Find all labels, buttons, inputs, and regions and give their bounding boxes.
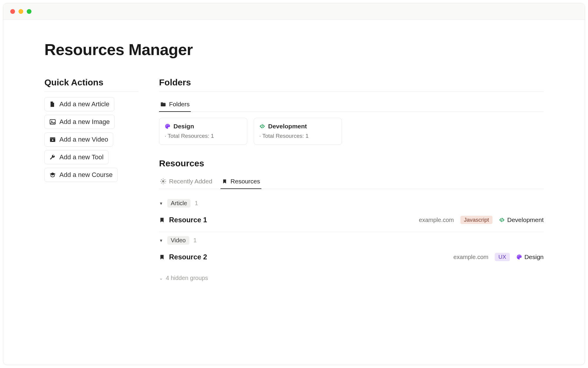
page-title: Resources Manager: [44, 40, 544, 59]
code-icon: [259, 123, 265, 129]
group-name: Video: [167, 236, 189, 245]
triangle-down-icon: ▼: [159, 201, 163, 206]
tab-recently-added[interactable]: Recently Added: [159, 174, 213, 189]
bookmark-icon: [222, 178, 228, 184]
resource-tag-javascript: Javascript: [460, 216, 493, 224]
resource-row[interactable]: Resource 1 example.com Javascript Develo…: [159, 212, 544, 232]
tab-folders-label: Folders: [169, 101, 190, 108]
page-content: Resources Manager Quick Actions Add a ne…: [3, 20, 585, 293]
add-video-button[interactable]: Add a new Video: [44, 132, 113, 147]
resource-title: Resource 2: [169, 253, 207, 261]
graduation-icon: [49, 172, 56, 178]
folder-card-name: Design: [173, 123, 194, 130]
group-header-article[interactable]: ▼ Article 1: [159, 195, 544, 212]
triangle-down-icon: ▼: [159, 238, 163, 243]
group-name: Article: [167, 199, 191, 208]
folder-card-development[interactable]: Development Total Resources: 1: [254, 118, 342, 145]
palette-icon: [165, 123, 171, 129]
tab-recently-added-label: Recently Added: [169, 178, 212, 185]
window-close-button[interactable]: [10, 9, 15, 14]
resources-heading: Resources: [159, 158, 544, 173]
resource-domain: example.com: [419, 217, 454, 223]
add-course-label: Add a new Course: [59, 171, 113, 179]
folders-heading: Folders: [159, 77, 544, 92]
wrench-icon: [49, 154, 56, 160]
add-article-label: Add a new Article: [59, 100, 109, 108]
resource-tag-ux: UX: [495, 253, 510, 261]
add-tool-button[interactable]: Add a new Tool: [44, 150, 108, 164]
resource-row[interactable]: Resource 2 example.com UX Design: [159, 249, 544, 269]
folder-card-name: Development: [268, 123, 307, 130]
tab-folders[interactable]: Folders: [159, 97, 191, 112]
hidden-groups-label: 4 hidden groups: [166, 275, 208, 281]
code-icon: [499, 217, 505, 223]
window-titlebar: [3, 3, 585, 20]
add-article-button[interactable]: Add a new Article: [44, 97, 114, 111]
resource-folder-name: Development: [507, 216, 544, 223]
add-video-label: Add a new Video: [59, 136, 108, 143]
add-tool-label: Add a new Tool: [59, 153, 103, 161]
group-count: 1: [193, 237, 197, 244]
palette-icon: [516, 254, 522, 260]
resource-folder-link[interactable]: Design: [516, 253, 544, 261]
tab-resources[interactable]: Resources: [220, 174, 261, 189]
group-count: 1: [195, 200, 198, 207]
chevron-down-icon: ⌄: [159, 275, 163, 281]
sun-icon: [160, 178, 166, 184]
image-icon: [49, 119, 56, 125]
folder-icon: [160, 101, 166, 107]
quick-actions-panel: Quick Actions Add a new Article Add a ne…: [44, 77, 138, 182]
window-zoom-button[interactable]: [27, 9, 31, 14]
group-header-video[interactable]: ▼ Video 1: [159, 232, 544, 249]
resource-folder-name: Design: [524, 253, 544, 261]
app-window: Resources Manager Quick Actions Add a ne…: [3, 3, 585, 365]
bookmark-icon: [159, 254, 165, 260]
tab-resources-label: Resources: [230, 178, 260, 185]
bookmark-icon: [159, 217, 165, 223]
add-image-label: Add a new Image: [59, 118, 110, 126]
main-panel: Folders Folders Design Total Resources: …: [159, 77, 544, 281]
folder-card-meta: Total Resources: 1: [259, 133, 336, 139]
hidden-groups-toggle[interactable]: ⌄ 4 hidden groups: [159, 269, 544, 281]
quick-actions-heading: Quick Actions: [44, 77, 138, 92]
resource-domain: example.com: [453, 254, 488, 261]
folder-card-design[interactable]: Design Total Resources: 1: [159, 118, 247, 145]
video-icon: [49, 136, 56, 143]
folders-tabs: Folders: [159, 97, 544, 112]
resource-title: Resource 1: [169, 216, 207, 224]
folder-card-meta: Total Resources: 1: [165, 133, 242, 139]
resource-folder-link[interactable]: Development: [499, 216, 544, 223]
add-course-button[interactable]: Add a new Course: [44, 168, 118, 182]
window-minimize-button[interactable]: [19, 9, 23, 14]
file-icon: [49, 101, 56, 107]
resources-tabs: Recently Added Resources: [159, 174, 544, 189]
add-image-button[interactable]: Add a new Image: [44, 115, 115, 129]
